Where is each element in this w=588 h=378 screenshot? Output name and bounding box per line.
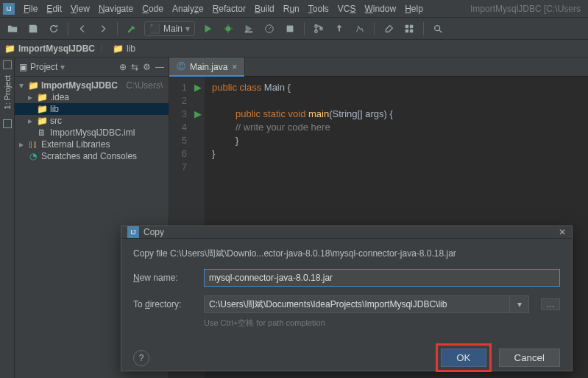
run-marker-icon[interactable]: ▶ bbox=[191, 81, 205, 94]
collapse-icon[interactable]: ⇆ bbox=[131, 62, 138, 72]
menu-vcs[interactable]: VCS bbox=[335, 2, 359, 15]
open-icon[interactable] bbox=[4, 21, 21, 37]
svg-rect-1 bbox=[245, 31, 253, 32]
target-icon[interactable]: ⊕ bbox=[119, 62, 127, 72]
folder-icon: 📁 bbox=[37, 104, 47, 114]
app-logo: IJ bbox=[3, 3, 15, 15]
svg-rect-10 bbox=[410, 29, 413, 32]
library-icon: ⫿⫿ bbox=[28, 139, 38, 150]
refresh-icon[interactable] bbox=[46, 21, 62, 37]
tree-external-libraries[interactable]: ▸ ⫿⫿ External Libraries bbox=[15, 139, 169, 150]
chevron-down-icon: ▾ bbox=[60, 62, 65, 72]
new-name-label: New name: bbox=[133, 273, 196, 283]
menu-run[interactable]: Run bbox=[280, 2, 302, 15]
search-icon[interactable] bbox=[430, 21, 446, 37]
browse-button[interactable]: … bbox=[541, 298, 560, 310]
project-tool-label[interactable]: 1: Project bbox=[3, 72, 12, 112]
project-label: ImportMysqlJDBC [C:\Users bbox=[470, 4, 585, 14]
dialog-title: Copy bbox=[144, 227, 164, 237]
forward-icon[interactable] bbox=[95, 21, 111, 37]
project-pane-title[interactable]: ▣ Project ▾ bbox=[19, 62, 65, 72]
run-config-selector[interactable]: ⬛ Main ▾ bbox=[144, 21, 195, 36]
svg-rect-3 bbox=[287, 25, 294, 32]
settings-icon[interactable] bbox=[380, 21, 397, 37]
folder-icon: 📁 bbox=[4, 43, 15, 54]
file-icon: 🗎 bbox=[37, 127, 47, 138]
coverage-icon[interactable] bbox=[241, 21, 257, 37]
menu-build[interactable]: Build bbox=[252, 2, 277, 15]
stop-icon[interactable] bbox=[282, 21, 298, 37]
profile-icon[interactable] bbox=[261, 21, 277, 37]
tree-lib[interactable]: 📁 lib bbox=[15, 103, 169, 115]
svg-point-4 bbox=[315, 24, 318, 27]
folder-icon: 📁 bbox=[37, 116, 47, 126]
debug-icon[interactable] bbox=[220, 21, 236, 37]
tree-idea[interactable]: ▸ 📁 .idea bbox=[15, 91, 169, 103]
tree-root[interactable]: ▾ 📁 ImportMysqlJDBC C:\Users\ bbox=[15, 80, 169, 91]
module-icon: ⬛ bbox=[149, 24, 160, 34]
breadcrumb-project[interactable]: 📁 ImportMysqlJDBC bbox=[4, 43, 95, 54]
chevron-down-icon: ▾ bbox=[185, 24, 190, 34]
hammer-icon[interactable] bbox=[124, 21, 140, 37]
expand-arrow-icon[interactable]: ▾ bbox=[18, 80, 25, 91]
editor-tab-main[interactable]: Ⓒ Main.java × bbox=[169, 57, 245, 76]
dialog-info: Copy file C:\Users\周斌\Downlo...ector-jav… bbox=[133, 248, 560, 260]
gear-icon[interactable]: ⚙ bbox=[143, 62, 151, 72]
menu-help[interactable]: Help bbox=[402, 2, 426, 15]
save-icon[interactable] bbox=[25, 21, 41, 37]
close-icon[interactable]: × bbox=[232, 62, 237, 72]
svg-rect-8 bbox=[410, 24, 413, 27]
structure-icon[interactable] bbox=[401, 21, 417, 37]
menu-navigate[interactable]: Navigate bbox=[96, 2, 136, 15]
svg-rect-7 bbox=[405, 24, 408, 27]
to-directory-label: To directory: bbox=[133, 299, 196, 309]
to-directory-input[interactable] bbox=[204, 295, 510, 313]
run-marker-icon[interactable]: ▶ bbox=[191, 108, 205, 121]
menu-analyze[interactable]: Analyze bbox=[169, 2, 207, 15]
run-config-label: Main bbox=[163, 24, 183, 34]
scratch-icon: ◔ bbox=[28, 151, 38, 161]
menu-edit[interactable]: Edit bbox=[43, 2, 65, 15]
vcs-branch-icon[interactable] bbox=[311, 21, 327, 37]
menu-code[interactable]: Code bbox=[139, 2, 166, 15]
folder-icon: 📁 bbox=[28, 80, 38, 91]
svg-point-0 bbox=[226, 26, 231, 31]
hide-icon[interactable]: — bbox=[155, 62, 164, 72]
folder-icon: 📁 bbox=[113, 43, 124, 54]
ok-button[interactable]: OK bbox=[441, 349, 486, 367]
menu-window[interactable]: Window bbox=[361, 2, 399, 15]
structure-tool-icon[interactable] bbox=[3, 119, 12, 128]
run-icon[interactable] bbox=[199, 21, 216, 37]
menu-view[interactable]: View bbox=[68, 2, 93, 15]
ok-highlight: OK bbox=[436, 343, 491, 372]
expand-arrow-icon[interactable]: ▸ bbox=[26, 116, 34, 126]
toolwindow-icon[interactable] bbox=[3, 60, 12, 69]
path-hint: Use Ctrl+空格 for path completion bbox=[133, 318, 560, 329]
project-icon: ▣ bbox=[19, 62, 27, 72]
cancel-button[interactable]: Cancel bbox=[499, 349, 561, 367]
expand-arrow-icon[interactable]: ▸ bbox=[18, 139, 25, 150]
menu-file[interactable]: File bbox=[21, 2, 40, 15]
menu-refactor[interactable]: Refactor bbox=[210, 2, 249, 15]
tree-src[interactable]: ▸ 📁 src bbox=[15, 115, 169, 127]
svg-point-11 bbox=[435, 25, 440, 30]
tree-iml[interactable]: 🗎 ImportMysqlJDBC.iml bbox=[15, 127, 169, 139]
tree-scratches[interactable]: ◔ Scratches and Consoles bbox=[15, 150, 169, 162]
chevron-right-icon: 〉 bbox=[99, 42, 108, 55]
app-logo: IJ bbox=[127, 226, 139, 238]
copy-dialog: IJ Copy ✕ Copy file C:\Users\周斌\Downlo..… bbox=[121, 225, 573, 371]
new-name-input[interactable] bbox=[204, 269, 560, 287]
directory-dropdown-icon[interactable]: ▾ bbox=[510, 295, 529, 313]
breadcrumb-lib[interactable]: 📁 lib bbox=[113, 43, 135, 54]
help-icon[interactable]: ? bbox=[133, 350, 149, 366]
svg-rect-9 bbox=[405, 29, 408, 32]
back-icon[interactable] bbox=[74, 21, 91, 37]
java-class-icon: Ⓒ bbox=[177, 60, 185, 73]
expand-arrow-icon[interactable]: ▸ bbox=[26, 92, 34, 102]
close-icon[interactable]: ✕ bbox=[559, 227, 566, 237]
expand-arrow-icon[interactable] bbox=[26, 104, 34, 114]
vcs-commit-icon[interactable] bbox=[352, 21, 368, 37]
folder-icon: 📁 bbox=[37, 92, 47, 102]
menu-tools[interactable]: Tools bbox=[305, 2, 332, 15]
vcs-update-icon[interactable] bbox=[331, 21, 347, 37]
